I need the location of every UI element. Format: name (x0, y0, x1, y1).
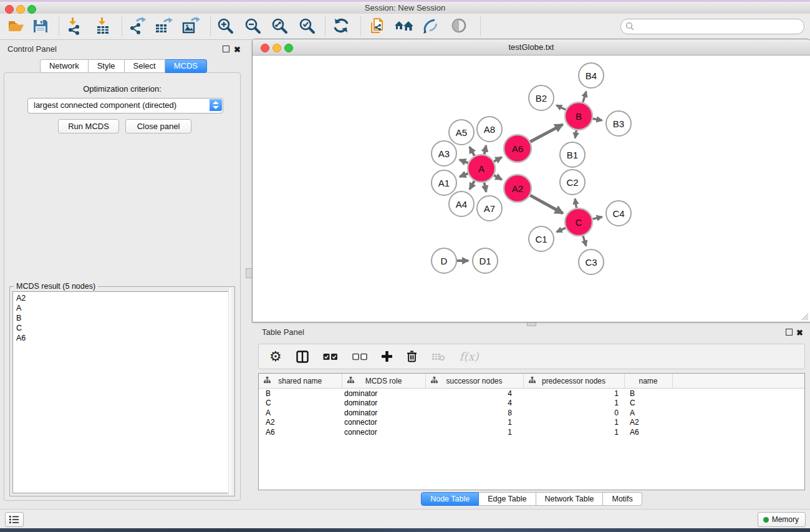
column-header-successor-nodes[interactable]: successor nodes (425, 374, 523, 389)
add-column-icon[interactable] (382, 351, 392, 362)
node-D1[interactable]: D1 (473, 248, 498, 273)
refresh-icon[interactable] (332, 17, 351, 36)
table-cell[interactable]: A2 (259, 418, 342, 428)
table-cell[interactable]: dominator (342, 389, 425, 399)
node-D[interactable]: D (432, 248, 456, 273)
table-cell[interactable]: 0 (523, 408, 624, 418)
edge-C-C4[interactable] (592, 217, 602, 219)
edge-B-B1[interactable] (575, 130, 576, 138)
edge-C-C3[interactable] (583, 236, 586, 246)
table-cell[interactable]: C (259, 399, 342, 409)
network-graph[interactable]: B4B2BB3A5A8A6B1A3AA1C2A2A4A7C4CC1C3DD1 (253, 56, 809, 321)
window-resize-grip[interactable] (801, 312, 809, 321)
mcds-result-list[interactable]: A2ABCA6 (12, 291, 232, 493)
select-all-icon[interactable] (323, 353, 338, 360)
column-header-MCDS-role[interactable]: MCDS role (342, 374, 425, 389)
edge-A6-B[interactable] (530, 125, 562, 142)
deselect-all-icon[interactable] (352, 353, 367, 360)
edge-A-A8[interactable] (485, 145, 486, 154)
network-canvas[interactable]: B4B2BB3A5A8A6B1A3AA1C2A2A4A7C4CC1C3DD1 (253, 56, 809, 321)
node-B[interactable]: B (565, 102, 592, 130)
table-row[interactable]: A2connector11A2 (259, 418, 804, 428)
result-scrollbar[interactable] (228, 288, 234, 495)
node-B4[interactable]: B4 (579, 63, 604, 88)
table-cell[interactable]: 1 (425, 427, 523, 437)
edge-A-A1[interactable] (460, 173, 468, 177)
annotations-icon[interactable] (421, 17, 440, 36)
mcds-result-item[interactable]: A (13, 303, 231, 313)
node-A1[interactable]: A1 (432, 170, 456, 195)
node-C3[interactable]: C3 (579, 249, 604, 274)
edge-A2-C[interactable] (530, 195, 562, 213)
mcds-result-item[interactable]: A2 (13, 293, 231, 303)
table-cell[interactable]: connector (342, 418, 425, 428)
table-cell[interactable]: C (624, 399, 672, 409)
node-B3[interactable]: B3 (606, 111, 631, 136)
edge-A-A7[interactable] (485, 183, 486, 192)
table-row[interactable]: Cdominator41C (259, 399, 804, 409)
node-A6[interactable]: A6 (504, 135, 531, 162)
tab-node-table[interactable]: Node Table (421, 492, 479, 506)
export-table-icon[interactable] (154, 17, 173, 36)
table-cell[interactable]: 1 (523, 389, 624, 399)
edge-A-A6[interactable] (494, 157, 501, 162)
function-builder-icon[interactable]: f(x) (460, 350, 479, 363)
table-cell[interactable]: 1 (523, 418, 624, 428)
node-A8[interactable]: A8 (477, 117, 502, 142)
column-header-predecessor-nodes[interactable]: predecessor nodes (523, 374, 624, 389)
clone-network-icon[interactable] (368, 17, 387, 36)
table-cell[interactable]: 1 (523, 399, 624, 409)
node-A7[interactable]: A7 (477, 196, 502, 221)
table-cell[interactable]: A (624, 408, 672, 418)
search-input[interactable] (620, 19, 804, 34)
table-cell[interactable]: connector (342, 427, 425, 437)
node-C2[interactable]: C2 (560, 170, 585, 195)
tab-select[interactable]: Select (125, 59, 165, 73)
table-cell[interactable]: B (624, 389, 672, 399)
table-cell[interactable]: 4 (425, 389, 523, 399)
show-hide-icon[interactable] (450, 17, 468, 36)
node-C4[interactable]: C4 (606, 201, 631, 226)
memory-button[interactable]: Memory (758, 512, 806, 527)
table-row[interactable]: Adominator80A (259, 408, 804, 418)
show-columns-icon[interactable] (296, 351, 309, 363)
node-A3[interactable]: A3 (432, 141, 456, 166)
node-A2[interactable]: A2 (504, 175, 531, 202)
delete-column-icon[interactable] (407, 351, 417, 362)
control-panel-close-icon[interactable]: ✖ (234, 46, 241, 54)
tab-edge-table[interactable]: Edge Table (479, 492, 536, 506)
table-header-row[interactable]: shared nameMCDS rolesuccessor nodesprede… (259, 374, 804, 389)
table-cell[interactable]: A2 (624, 418, 672, 428)
zoom-fit-icon[interactable] (271, 17, 289, 36)
export-image-icon[interactable] (181, 17, 200, 36)
edge-C-C2[interactable] (575, 199, 576, 208)
column-header-shared-name[interactable]: shared name (259, 374, 342, 389)
node-B2[interactable]: B2 (529, 85, 554, 110)
table-cell[interactable]: dominator (342, 408, 425, 418)
zoom-selected-icon[interactable] (298, 17, 317, 36)
node-B1[interactable]: B1 (560, 142, 585, 167)
zoom-in-icon[interactable] (216, 17, 235, 36)
edge-A-A5[interactable] (470, 147, 475, 156)
table-cell[interactable]: A6 (624, 427, 672, 437)
table-cell[interactable]: 8 (425, 408, 523, 418)
table-cell[interactable]: 1 (523, 427, 624, 437)
mcds-result-item[interactable]: A6 (13, 333, 231, 343)
mcds-result-item[interactable]: C (13, 323, 231, 333)
column-header-name[interactable]: name (624, 374, 672, 389)
edge-C-C1[interactable] (557, 228, 566, 231)
table-settings-icon[interactable]: ⚙ (269, 350, 282, 364)
edge-B-B4[interactable] (583, 92, 586, 102)
node-C[interactable]: C (565, 208, 592, 236)
table-cell[interactable]: B (259, 389, 342, 399)
import-network-icon[interactable] (65, 17, 84, 36)
table-row[interactable]: Bdominator41B (259, 389, 804, 399)
network-window-titlebar[interactable]: testGlobe.txt (253, 39, 810, 56)
table-panel-close-icon[interactable]: ✖ (796, 329, 803, 337)
edge-A-A4[interactable] (470, 181, 475, 189)
tab-motifs[interactable]: Motifs (603, 492, 642, 506)
close-panel-button[interactable]: Close panel (125, 119, 191, 133)
table-cell[interactable]: 1 (425, 418, 523, 428)
node-A5[interactable]: A5 (449, 120, 474, 145)
tab-network-table[interactable]: Network Table (536, 492, 604, 506)
